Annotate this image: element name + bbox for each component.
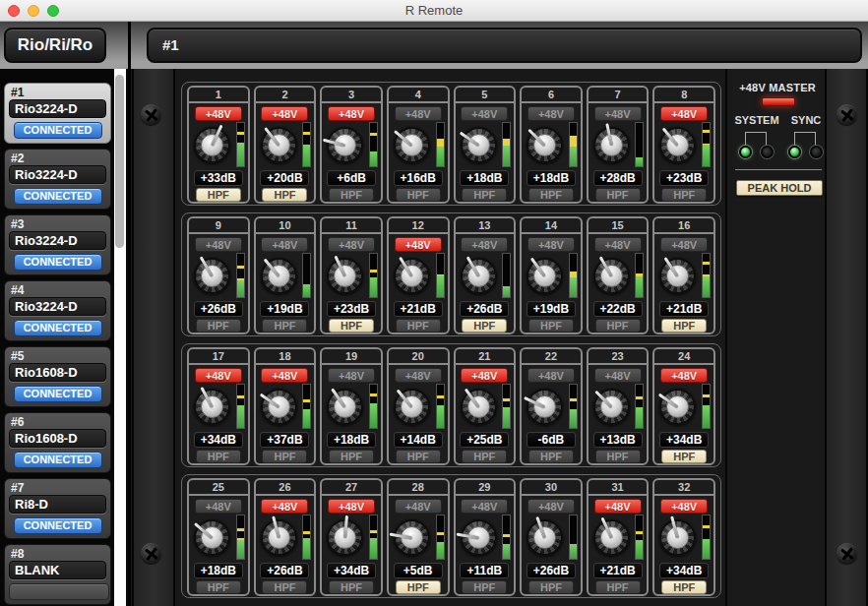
device-item-1[interactable]: #1Rio3224-DCONNECTED: [4, 83, 111, 144]
phantom-48v-button[interactable]: +48V: [195, 106, 242, 121]
hpf-button[interactable]: HPF: [462, 580, 507, 594]
hpf-button[interactable]: HPF: [528, 580, 574, 594]
phantom-48v-button[interactable]: +48V: [195, 237, 242, 252]
gain-knob[interactable]: [394, 389, 430, 425]
hpf-button[interactable]: HPF: [262, 580, 307, 594]
phantom-48v-button[interactable]: +48V: [527, 499, 575, 514]
phantom-48v-button[interactable]: +48V: [461, 106, 508, 121]
gain-knob[interactable]: [593, 519, 630, 556]
gain-knob[interactable]: [261, 258, 297, 294]
phantom-48v-button[interactable]: +48V: [395, 499, 442, 514]
hpf-button[interactable]: HPF: [661, 450, 707, 463]
hpf-button[interactable]: HPF: [196, 319, 241, 333]
device-item-8[interactable]: #8BLANK: [4, 544, 111, 605]
hpf-button[interactable]: HPF: [595, 580, 641, 594]
hpf-button[interactable]: HPF: [329, 188, 374, 202]
gain-knob[interactable]: [527, 258, 563, 294]
gain-knob[interactable]: [261, 389, 297, 425]
gain-knob[interactable]: [327, 519, 363, 556]
device-item-7[interactable]: #7Ri8-DCONNECTED: [4, 478, 111, 539]
hpf-button[interactable]: HPF: [262, 188, 307, 202]
hpf-button[interactable]: HPF: [462, 188, 507, 202]
hpf-button[interactable]: HPF: [396, 580, 441, 594]
hpf-button[interactable]: HPF: [396, 319, 441, 333]
hpf-button[interactable]: HPF: [262, 319, 307, 333]
hpf-button[interactable]: HPF: [196, 450, 241, 463]
hpf-button[interactable]: HPF: [196, 188, 241, 202]
phantom-48v-button[interactable]: +48V: [660, 237, 708, 252]
hpf-button[interactable]: HPF: [595, 319, 641, 333]
gain-knob[interactable]: [327, 389, 363, 425]
hpf-button[interactable]: HPF: [528, 319, 574, 333]
hpf-button[interactable]: HPF: [329, 450, 374, 463]
phantom-48v-button[interactable]: +48V: [195, 499, 242, 514]
phantom-48v-button[interactable]: +48V: [527, 237, 575, 252]
gain-knob[interactable]: [261, 519, 297, 556]
phantom-48v-button[interactable]: +48V: [328, 237, 375, 252]
hpf-button[interactable]: HPF: [595, 450, 641, 463]
phantom-48v-button[interactable]: +48V: [328, 368, 375, 383]
phantom-48v-button[interactable]: +48V: [461, 499, 508, 514]
scrollbar-thumb[interactable]: [115, 75, 124, 248]
phantom-48v-button[interactable]: +48V: [660, 106, 708, 121]
gain-knob[interactable]: [461, 258, 497, 294]
hpf-button[interactable]: HPF: [262, 450, 307, 463]
scrollbar[interactable]: [114, 69, 126, 606]
phantom-48v-button[interactable]: +48V: [594, 368, 642, 383]
hpf-button[interactable]: HPF: [661, 580, 707, 594]
device-item-3[interactable]: #3Rio3224-DCONNECTED: [4, 214, 111, 275]
gain-knob[interactable]: [593, 258, 630, 294]
gain-knob[interactable]: [461, 127, 497, 163]
gain-knob[interactable]: [659, 127, 696, 163]
gain-knob[interactable]: [194, 127, 230, 163]
gain-knob[interactable]: [194, 389, 230, 425]
hpf-button[interactable]: HPF: [196, 580, 241, 594]
gain-knob[interactable]: [461, 519, 497, 556]
hpf-button[interactable]: HPF: [661, 188, 707, 202]
device-item-2[interactable]: #2Rio3224-DCONNECTED: [4, 149, 111, 210]
hpf-button[interactable]: HPF: [462, 319, 507, 333]
hpf-button[interactable]: HPF: [661, 319, 707, 333]
phantom-48v-button[interactable]: +48V: [261, 368, 308, 383]
gain-knob[interactable]: [593, 127, 630, 163]
device-item-6[interactable]: #6Rio1608-DCONNECTED: [4, 412, 111, 473]
gain-knob[interactable]: [394, 127, 430, 163]
gain-knob[interactable]: [659, 519, 696, 556]
phantom-48v-button[interactable]: +48V: [395, 237, 442, 252]
hpf-button[interactable]: HPF: [528, 450, 574, 463]
gain-knob[interactable]: [527, 519, 563, 556]
phantom-48v-button[interactable]: +48V: [395, 106, 442, 121]
phantom-48v-button[interactable]: +48V: [527, 106, 575, 121]
phantom-48v-button[interactable]: +48V: [660, 368, 708, 383]
device-item-5[interactable]: #5Rio1608-DCONNECTED: [4, 346, 111, 407]
phantom-48v-button[interactable]: +48V: [261, 237, 308, 252]
gain-knob[interactable]: [461, 389, 497, 425]
hpf-button[interactable]: HPF: [329, 319, 374, 333]
hpf-button[interactable]: HPF: [462, 450, 507, 463]
gain-knob[interactable]: [194, 258, 230, 294]
gain-knob[interactable]: [261, 127, 297, 163]
gain-knob[interactable]: [394, 519, 430, 556]
hpf-button[interactable]: HPF: [595, 188, 641, 202]
phantom-48v-button[interactable]: +48V: [195, 368, 242, 383]
hpf-button[interactable]: HPF: [528, 188, 574, 202]
hpf-button[interactable]: HPF: [396, 188, 441, 202]
device-item-4[interactable]: #4Rio3224-DCONNECTED: [4, 280, 111, 341]
gain-knob[interactable]: [194, 519, 230, 556]
gain-knob[interactable]: [327, 127, 363, 163]
phantom-48v-button[interactable]: +48V: [261, 106, 308, 121]
gain-knob[interactable]: [527, 389, 563, 425]
phantom-48v-button[interactable]: +48V: [594, 237, 642, 252]
gain-knob[interactable]: [659, 258, 696, 294]
phantom-48v-button[interactable]: +48V: [527, 368, 575, 383]
gain-knob[interactable]: [593, 389, 630, 425]
hpf-button[interactable]: HPF: [329, 580, 374, 594]
phantom-48v-button[interactable]: +48V: [461, 368, 508, 383]
hpf-button[interactable]: HPF: [396, 450, 441, 463]
phantom-48v-button[interactable]: +48V: [594, 106, 642, 121]
phantom-48v-button[interactable]: +48V: [395, 368, 442, 383]
peak-hold-button[interactable]: PEAK HOLD: [736, 180, 823, 196]
phantom-48v-button[interactable]: +48V: [328, 499, 375, 514]
phantom-48v-button[interactable]: +48V: [594, 499, 642, 514]
gain-knob[interactable]: [527, 127, 563, 163]
